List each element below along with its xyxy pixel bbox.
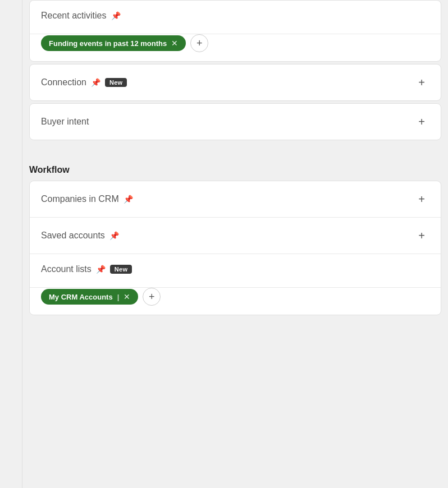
connection-row: Connection 📌 New + (30, 65, 441, 100)
funding-events-tag-close[interactable]: ✕ (171, 39, 178, 48)
account-lists-add-icon: + (149, 291, 155, 303)
companies-in-crm-plus-icon: + (418, 193, 425, 206)
companies-in-crm-add-button[interactable]: + (414, 191, 429, 207)
funding-events-tag-label: Funding events in past 12 months (49, 39, 167, 48)
my-crm-accounts-tag[interactable]: My CRM Accounts | ✕ (41, 289, 138, 305)
connection-plus-icon: + (418, 76, 425, 89)
buyer-intent-row: Buyer intent + (30, 104, 441, 140)
saved-accounts-title: Saved accounts (41, 231, 105, 241)
recent-activities-left: Recent activities 📌 (41, 11, 121, 21)
my-crm-accounts-tag-close[interactable]: ✕ (124, 292, 130, 301)
account-lists-new-badge: New (110, 265, 132, 274)
recent-activities-add-button[interactable]: + (190, 34, 208, 52)
account-lists-add-button[interactable]: + (143, 288, 161, 306)
my-crm-accounts-tag-separator: | (117, 293, 120, 301)
recent-activities-tags: Funding events in past 12 months ✕ + (30, 34, 441, 61)
add-icon: + (196, 38, 203, 49)
saved-accounts-pin-icon: 📌 (109, 231, 119, 240)
funding-events-tag[interactable]: Funding events in past 12 months ✕ (41, 35, 186, 51)
workflow-label: Workflow (22, 154, 448, 181)
connection-card: Connection 📌 New + (29, 64, 441, 101)
connection-title: Connection (41, 77, 86, 88)
main-content: Recent activities 📌 Funding events in pa… (22, 0, 448, 488)
account-lists-pin-icon: 📌 (96, 265, 106, 274)
left-sidebar (0, 0, 22, 488)
companies-in-crm-row: Companies in CRM 📌 + (30, 181, 441, 218)
connection-pin-icon: 📌 (91, 78, 100, 87)
companies-in-crm-title: Companies in CRM (41, 194, 119, 204)
my-crm-accounts-tag-label: My CRM Accounts (49, 293, 113, 301)
account-lists-left: Account lists 📌 New (41, 264, 132, 274)
workflow-card: Companies in CRM 📌 + Saved accounts 📌 + (29, 181, 441, 315)
saved-accounts-left: Saved accounts 📌 (41, 231, 119, 241)
buyer-intent-title: Buyer intent (41, 117, 89, 127)
buyer-intent-plus-icon: + (418, 116, 425, 128)
connection-new-badge: New (105, 78, 127, 87)
recent-activities-row-top: Recent activities 📌 (41, 11, 429, 21)
connection-add-button[interactable]: + (414, 75, 429, 90)
section-gap (22, 142, 448, 154)
saved-accounts-row: Saved accounts 📌 + (30, 218, 441, 254)
account-lists-row: Account lists 📌 New (30, 254, 441, 288)
recent-activities-title: Recent activities (41, 11, 107, 21)
buyer-intent-add-button[interactable]: + (414, 114, 429, 130)
account-lists-row-top: Account lists 📌 New (41, 264, 429, 274)
recent-activities-row: Recent activities 📌 (30, 1, 441, 34)
connection-left: Connection 📌 New (41, 77, 127, 88)
saved-accounts-add-button[interactable]: + (414, 228, 429, 243)
buyer-intent-card: Buyer intent + (29, 103, 441, 140)
companies-in-crm-left: Companies in CRM 📌 (41, 194, 133, 204)
buyer-intent-left: Buyer intent (41, 117, 89, 127)
recent-activities-card: Recent activities 📌 Funding events in pa… (29, 0, 441, 62)
companies-in-crm-pin-icon: 📌 (124, 195, 133, 204)
page-container: Recent activities 📌 Funding events in pa… (0, 0, 448, 488)
pin-icon: 📌 (111, 11, 121, 20)
account-lists-title: Account lists (41, 264, 92, 274)
saved-accounts-plus-icon: + (418, 229, 425, 242)
account-lists-tags: My CRM Accounts | ✕ + (30, 288, 441, 315)
